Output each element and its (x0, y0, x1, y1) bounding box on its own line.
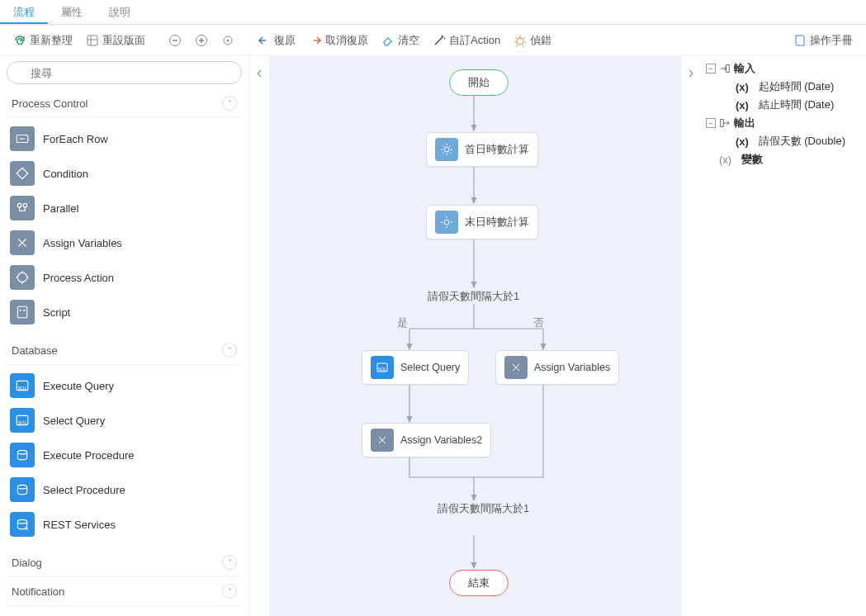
palette-item-rest-services[interactable]: REST Services (7, 507, 242, 542)
arrow-out-icon (719, 117, 731, 129)
selp-icon (10, 477, 35, 502)
tree-label: 輸入 (734, 61, 755, 76)
condition-icon (10, 161, 35, 186)
tree-output-group[interactable]: − 輸出 (706, 114, 861, 132)
main-layout: Process Control˄ForEach RowConditionPara… (0, 56, 866, 616)
tree-label: 輸出 (734, 116, 755, 130)
undo-button[interactable]: 復原 (253, 31, 300, 50)
arrow-in-icon (719, 63, 731, 74)
toolbar: 重新整理 重設版面 復原 取消復原 清空 自訂Action 偵錯 操作手冊 (0, 25, 866, 56)
palette-item-label: Select Procedure (43, 484, 125, 496)
svg-point-10 (17, 272, 26, 282)
palette-item-label: Execute Procedure (43, 449, 135, 462)
palette-item-foreach-row[interactable]: ForEach Row (7, 121, 242, 156)
tab-help[interactable]: 說明 (96, 0, 144, 24)
procact-icon (10, 265, 35, 290)
exep-icon (10, 443, 35, 467)
svg-point-12 (20, 310, 21, 311)
tree-var-endtime[interactable]: (x) 結止時間 (Date) (706, 96, 861, 114)
gear-icon (435, 138, 458, 161)
node-label: Select Query (400, 362, 460, 374)
end-node[interactable]: 結束 (449, 570, 509, 596)
palette-item-select-procedure[interactable]: Select Procedure (7, 472, 242, 507)
palette[interactable]: Process Control˄ForEach RowConditionPara… (0, 89, 248, 616)
palette-item-parallel[interactable]: Parallel (7, 191, 242, 225)
canvas[interactable]: 開始 首日時數計算 末日時數計算 請假天數間隔大於1 是 否 SQL Selec… (269, 56, 681, 616)
custom-action-label: 自訂Action (449, 33, 500, 48)
clear-button[interactable]: 清空 (376, 31, 424, 50)
debug-button[interactable]: 偵錯 (509, 31, 556, 50)
zoom-in-button[interactable] (190, 32, 213, 49)
minus-box-icon[interactable]: − (706, 64, 716, 73)
layout-icon (86, 34, 99, 47)
collapse-right-handle[interactable]: › (681, 56, 701, 616)
tree-var-starttime[interactable]: (x) 起始時間 (Date) (706, 78, 861, 96)
tree-input-group[interactable]: − 輸入 (706, 59, 861, 78)
tree-variables-group[interactable]: (x) 變數 (706, 150, 861, 168)
group-title: Dialog (12, 557, 42, 569)
start-node[interactable]: 開始 (449, 69, 509, 96)
redo-icon (309, 34, 322, 47)
search-input[interactable] (7, 61, 242, 84)
node-assign-variables-2[interactable]: Assign Variables2 (362, 423, 491, 457)
node-label: Assign Variables (534, 362, 610, 374)
palette-item-assign-variables[interactable]: Assign Variables (7, 225, 242, 260)
eraser-icon (381, 34, 395, 47)
condition-label-1: 請假天數間隔大於1 (428, 289, 519, 304)
node-select-query[interactable]: SQL Select Query (362, 350, 469, 385)
refresh-button[interactable]: 重新整理 (8, 31, 78, 50)
svg-rect-0 (88, 36, 97, 45)
node-label: 末日時數計算 (465, 216, 529, 229)
svg-point-5 (517, 38, 523, 45)
palette-item-label: Process Action (43, 272, 114, 284)
palette-item-label: Condition (43, 168, 88, 180)
node-first-day-hours[interactable]: 首日時數計算 (426, 132, 538, 167)
end-label: 結束 (468, 576, 490, 589)
svg-rect-11 (17, 306, 26, 318)
bug-icon (513, 34, 527, 47)
custom-action-button[interactable]: 自訂Action (428, 31, 505, 50)
tab-flow[interactable]: 流程 (0, 0, 48, 24)
svg-point-8 (17, 203, 21, 207)
group-header-notification[interactable]: Notification˅ (7, 577, 242, 606)
reset-layout-button[interactable]: 重設版面 (81, 31, 150, 50)
branch-no-label: 否 (533, 315, 544, 330)
svg-text:SQL: SQL (17, 420, 26, 425)
group-header-dialog[interactable]: Dialog˅ (7, 548, 242, 577)
palette-item-execute-procedure[interactable]: Execute Procedure (7, 438, 242, 472)
chevron-up-icon: ˄ (222, 343, 237, 358)
node-last-day-hours[interactable]: 末日時數計算 (426, 205, 538, 239)
group-header-process-control[interactable]: Process Control˄ (7, 89, 242, 118)
palette-item-process-action[interactable]: Process Action (7, 260, 242, 295)
svg-point-19 (17, 485, 26, 489)
tree-var-leavedays[interactable]: (x) 請假天數 (Double) (706, 132, 861, 150)
plus-circle-icon (195, 34, 208, 47)
zoom-fit-button[interactable] (216, 32, 239, 49)
palette-item-script[interactable]: Script (7, 295, 242, 329)
left-panel: Process Control˄ForEach RowConditionPara… (0, 56, 249, 616)
chevron-up-icon: ˄ (222, 96, 237, 111)
selq-icon: SQL (10, 408, 35, 433)
svg-text:SQL: SQL (378, 367, 386, 372)
manual-button[interactable]: 操作手冊 (788, 31, 858, 50)
collapse-left-handle[interactable]: ‹ (249, 56, 269, 616)
palette-item-label: Parallel (43, 202, 78, 215)
tree-label: 起始時間 (Date) (759, 79, 835, 94)
palette-item-label: Script (43, 306, 70, 319)
tab-properties[interactable]: 屬性 (48, 0, 96, 24)
undo-icon (258, 34, 271, 47)
x-icon: (x) (719, 154, 731, 166)
minus-box-icon[interactable]: − (706, 118, 716, 128)
node-assign-variables[interactable]: Assign Variables (495, 350, 619, 385)
group-header-database[interactable]: Database˄ (7, 336, 242, 365)
palette-item-select-query[interactable]: SQLSelect Query (7, 403, 242, 438)
palette-item-condition[interactable]: Condition (7, 156, 242, 191)
svg-text:SQL: SQL (17, 386, 26, 391)
undo-label: 復原 (274, 33, 296, 48)
zoom-out-button[interactable] (163, 32, 187, 49)
redo-button[interactable]: 取消復原 (304, 31, 373, 50)
svg-point-9 (23, 203, 27, 207)
parallel-icon (10, 196, 35, 220)
palette-item-execute-query[interactable]: SQLExecute Query (7, 368, 242, 403)
wand-icon (433, 34, 446, 47)
